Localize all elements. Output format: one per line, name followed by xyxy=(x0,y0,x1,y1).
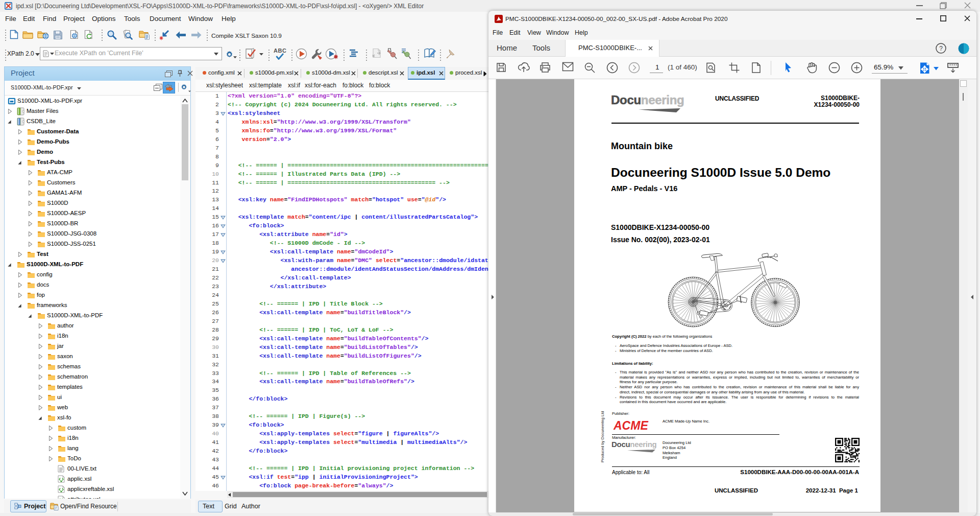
svg-text:?: ? xyxy=(939,45,943,52)
